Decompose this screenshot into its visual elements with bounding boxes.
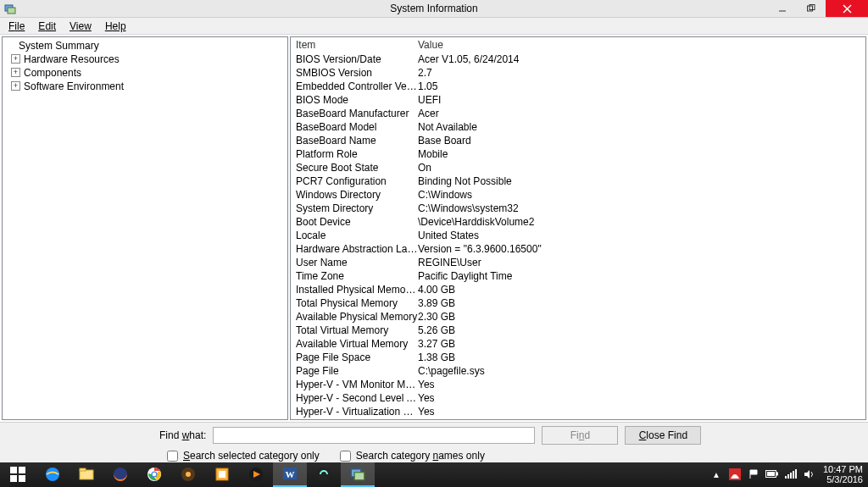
svg-rect-21 (219, 471, 225, 478)
svg-text:W: W (286, 469, 295, 479)
taskbar-firefox-icon[interactable] (103, 462, 137, 487)
cell-item: User Name (291, 256, 418, 269)
search-selected-cb[interactable] (167, 451, 178, 462)
window-title: System Information (0, 3, 868, 14)
tree-panel[interactable]: System Summary +Hardware Resources+Compo… (2, 36, 288, 420)
data-row[interactable]: Platform RoleMobile (291, 147, 865, 161)
tree-item[interactable]: +Components (6, 66, 284, 80)
taskbar-explorer-icon[interactable] (70, 462, 103, 487)
taskbar-app-icon-2[interactable] (205, 462, 239, 487)
data-row[interactable]: Hyper-V - VM Monitor Mode E...Yes (291, 378, 865, 391)
svg-rect-36 (795, 469, 797, 479)
maximize-button[interactable] (797, 0, 826, 17)
data-row[interactable]: Embedded Controller Version1.05 (291, 80, 865, 93)
tree-root-label: System Summary (19, 39, 99, 53)
cell-value: Pacific Daylight Time (418, 269, 865, 283)
data-row[interactable]: Installed Physical Memory (RAM)4.00 GB (291, 283, 865, 296)
expander-icon[interactable]: + (11, 81, 20, 91)
cell-item: Total Virtual Memory (291, 324, 418, 337)
svg-rect-9 (10, 475, 17, 482)
cell-value: 1.05 (418, 80, 865, 93)
cell-value: 2.30 GB (418, 310, 865, 324)
data-row[interactable]: BaseBoard ManufacturerAcer (291, 107, 865, 120)
cell-value: 3.27 GB (418, 337, 865, 351)
taskbar-chrome-icon[interactable] (137, 462, 171, 487)
taskbar-clock[interactable]: 10:47 PM 5/3/2016 (818, 464, 868, 484)
expander-icon[interactable]: + (11, 68, 20, 77)
data-row[interactable]: Available Virtual Memory3.27 GB (291, 337, 865, 351)
data-row[interactable]: BaseBoard ModelNot Available (291, 120, 865, 134)
cell-item: Total Physical Memory (291, 296, 418, 310)
tray-battery-icon[interactable] (765, 468, 779, 481)
cell-value: C:\pagefile.sys (418, 364, 865, 378)
tray-avira-icon[interactable] (728, 468, 742, 481)
find-input[interactable] (213, 427, 535, 444)
tray-chevron-icon[interactable]: ▲ (709, 468, 723, 481)
data-row[interactable]: LocaleUnited States (291, 229, 865, 242)
data-row[interactable]: BaseBoard NameBase Board (291, 134, 865, 147)
search-names-cb[interactable] (340, 451, 351, 462)
tree-item[interactable]: +Software Environment (6, 80, 284, 93)
data-row[interactable]: Windows DirectoryC:\Windows (291, 188, 865, 202)
data-row[interactable]: System DirectoryC:\Windows\system32 (291, 202, 865, 215)
data-row[interactable]: Total Virtual Memory5.26 GB (291, 324, 865, 337)
tree-root[interactable]: System Summary (6, 39, 284, 53)
data-row[interactable]: Page FileC:\pagefile.sys (291, 364, 865, 378)
start-button[interactable] (0, 462, 36, 487)
taskbar-app-icon-3[interactable] (307, 462, 341, 487)
tree-item-label: Software Environment (24, 80, 124, 93)
svg-rect-30 (776, 473, 778, 476)
data-row[interactable]: Secure Boot StateOn (291, 161, 865, 174)
cell-item: Available Physical Memory (291, 310, 418, 324)
data-row[interactable]: Total Physical Memory3.89 GB (291, 296, 865, 310)
menu-file[interactable]: File (3, 19, 30, 34)
tray-flag-icon[interactable] (747, 468, 760, 481)
cell-value: Yes (418, 391, 865, 405)
data-row[interactable]: Hyper-V - Virtualization Enable...Yes (291, 405, 865, 418)
data-row[interactable]: Hardware Abstraction LayerVersion = "6.3… (291, 242, 865, 256)
data-row[interactable]: BIOS Version/DateAcer V1.05, 6/24/2014 (291, 53, 865, 66)
menu-view[interactable]: View (64, 19, 97, 34)
window-controls (768, 0, 868, 17)
expander-icon[interactable]: + (11, 54, 20, 64)
data-row[interactable]: User NameREGINE\User (291, 256, 865, 269)
svg-rect-35 (793, 471, 794, 479)
tray-network-icon[interactable] (784, 468, 798, 481)
cell-item: BIOS Mode (291, 93, 418, 107)
cell-value: Mobile (418, 147, 865, 161)
menu-edit[interactable]: Edit (33, 19, 61, 34)
data-row[interactable]: Hyper-V - Second Level Addres...Yes (291, 391, 865, 405)
cell-value: 4.00 GB (418, 283, 865, 296)
close-button[interactable] (826, 0, 868, 17)
column-item[interactable]: Item (291, 39, 418, 51)
data-row[interactable]: BIOS ModeUEFI (291, 93, 865, 107)
cell-value: On (418, 161, 865, 174)
taskbar-msinfo-icon[interactable] (341, 462, 375, 487)
column-value[interactable]: Value (418, 39, 865, 51)
taskbar-wmp-icon[interactable] (239, 462, 273, 487)
tray-volume-icon[interactable] (803, 468, 816, 481)
data-row[interactable]: PCR7 ConfigurationBinding Not Possible (291, 174, 865, 188)
close-find-button[interactable]: Close Find (625, 426, 701, 445)
data-row[interactable]: Page File Space1.38 GB (291, 351, 865, 364)
taskbar-ie-icon[interactable] (36, 462, 70, 487)
taskbar-app-icon-1[interactable] (171, 462, 205, 487)
cell-value: REGINE\User (418, 256, 865, 269)
data-panel[interactable]: Item Value BIOS Version/DateAcer V1.05, … (290, 36, 866, 420)
minimize-button[interactable] (768, 0, 797, 17)
menu-help[interactable]: Help (100, 19, 131, 34)
data-row[interactable]: SMBIOS Version2.7 (291, 66, 865, 80)
cell-item: System Directory (291, 202, 418, 215)
taskbar-word-icon[interactable]: W (273, 462, 307, 487)
cell-value: Yes (418, 418, 865, 420)
tree-item[interactable]: +Hardware Resources (6, 53, 284, 66)
find-button[interactable]: Find (542, 426, 618, 445)
cell-value: Version = "6.3.9600.16500" (418, 242, 865, 256)
cell-value: Acer (418, 107, 865, 120)
data-row[interactable]: Available Physical Memory2.30 GB (291, 310, 865, 324)
data-row[interactable]: Time ZonePacific Daylight Time (291, 269, 865, 283)
data-row[interactable]: Hyper-V - Data Execution Prote...Yes (291, 418, 865, 420)
svg-rect-33 (787, 474, 789, 479)
find-bar: Find what: Find Close Find Search select… (0, 422, 868, 462)
data-row[interactable]: Boot Device\Device\HarddiskVolume2 (291, 215, 865, 229)
